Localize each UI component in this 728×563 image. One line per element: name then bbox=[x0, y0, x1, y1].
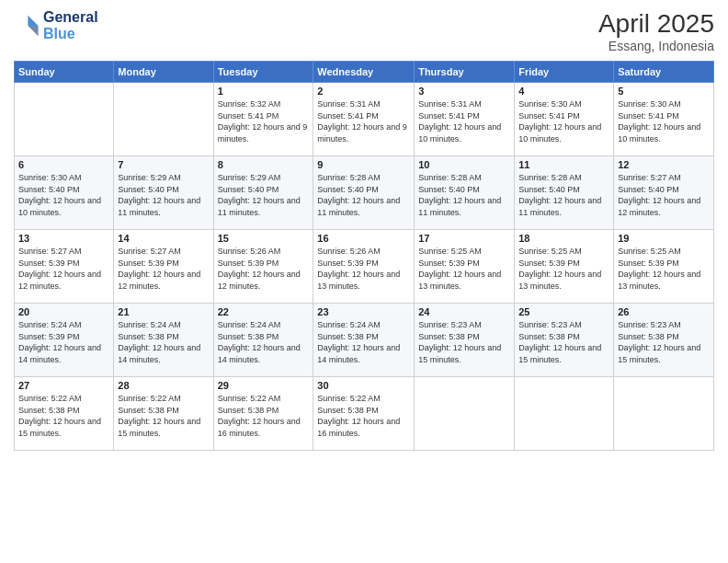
calendar-cell: 9 Sunrise: 5:28 AMSunset: 5:40 PMDayligh… bbox=[313, 156, 415, 230]
day-detail: Sunrise: 5:32 AMSunset: 5:41 PMDaylight:… bbox=[218, 98, 310, 144]
day-number: 19 bbox=[618, 233, 710, 244]
day-detail: Sunrise: 5:22 AMSunset: 5:38 PMDaylight:… bbox=[218, 393, 310, 439]
calendar-cell: 19 Sunrise: 5:25 AMSunset: 5:39 PMDaylig… bbox=[614, 230, 714, 304]
day-detail: Sunrise: 5:29 AMSunset: 5:40 PMDaylight:… bbox=[118, 172, 209, 218]
calendar-week-4: 20 Sunrise: 5:24 AMSunset: 5:39 PMDaylig… bbox=[15, 304, 714, 377]
day-detail: Sunrise: 5:30 AMSunset: 5:41 PMDaylight:… bbox=[518, 98, 609, 144]
location-subtitle: Essang, Indonesia bbox=[598, 39, 714, 53]
day-number: 5 bbox=[618, 86, 710, 97]
calendar-cell: 14 Sunrise: 5:27 AMSunset: 5:39 PMDaylig… bbox=[114, 230, 213, 304]
calendar-week-1: 1 Sunrise: 5:32 AMSunset: 5:41 PMDayligh… bbox=[15, 83, 714, 156]
day-number: 18 bbox=[518, 233, 609, 244]
day-number: 28 bbox=[118, 380, 209, 391]
day-number: 10 bbox=[418, 159, 510, 170]
day-detail: Sunrise: 5:31 AMSunset: 5:41 PMDaylight:… bbox=[317, 98, 410, 144]
calendar-cell: 23 Sunrise: 5:24 AMSunset: 5:38 PMDaylig… bbox=[313, 304, 415, 377]
calendar-header: Sunday Monday Tuesday Wednesday Thursday… bbox=[15, 62, 714, 83]
day-number: 7 bbox=[118, 159, 209, 170]
day-detail: Sunrise: 5:28 AMSunset: 5:40 PMDaylight:… bbox=[518, 172, 609, 218]
day-detail: Sunrise: 5:24 AMSunset: 5:38 PMDaylight:… bbox=[118, 319, 209, 365]
day-detail: Sunrise: 5:26 AMSunset: 5:39 PMDaylight:… bbox=[218, 246, 310, 292]
day-detail: Sunrise: 5:22 AMSunset: 5:38 PMDaylight:… bbox=[118, 393, 209, 439]
calendar-cell: 22 Sunrise: 5:24 AMSunset: 5:38 PMDaylig… bbox=[213, 304, 313, 377]
calendar-cell: 25 Sunrise: 5:23 AMSunset: 5:38 PMDaylig… bbox=[515, 304, 614, 377]
calendar-cell: 28 Sunrise: 5:22 AMSunset: 5:38 PMDaylig… bbox=[114, 377, 213, 451]
calendar-cell: 13 Sunrise: 5:27 AMSunset: 5:39 PMDaylig… bbox=[15, 230, 114, 304]
calendar-cell bbox=[415, 377, 515, 451]
day-number: 9 bbox=[317, 159, 410, 170]
day-detail: Sunrise: 5:25 AMSunset: 5:39 PMDaylight:… bbox=[418, 246, 510, 292]
title-section: April 2025 Essang, Indonesia bbox=[598, 9, 714, 53]
day-number: 2 bbox=[317, 86, 410, 97]
day-number: 23 bbox=[317, 306, 410, 317]
day-detail: Sunrise: 5:27 AMSunset: 5:40 PMDaylight:… bbox=[618, 172, 710, 218]
calendar-cell bbox=[515, 377, 614, 451]
calendar-cell: 2 Sunrise: 5:31 AMSunset: 5:41 PMDayligh… bbox=[313, 83, 415, 156]
col-monday: Monday bbox=[114, 62, 213, 83]
day-detail: Sunrise: 5:22 AMSunset: 5:38 PMDaylight:… bbox=[317, 393, 410, 439]
day-detail: Sunrise: 5:29 AMSunset: 5:40 PMDaylight:… bbox=[218, 172, 310, 218]
day-number: 27 bbox=[18, 380, 109, 391]
col-sunday: Sunday bbox=[15, 62, 114, 83]
calendar-cell: 26 Sunrise: 5:23 AMSunset: 5:38 PMDaylig… bbox=[614, 304, 714, 377]
day-number: 3 bbox=[418, 86, 510, 97]
calendar-cell: 7 Sunrise: 5:29 AMSunset: 5:40 PMDayligh… bbox=[114, 156, 213, 230]
day-number: 17 bbox=[418, 233, 510, 244]
calendar-cell: 5 Sunrise: 5:30 AMSunset: 5:41 PMDayligh… bbox=[614, 83, 714, 156]
day-detail: Sunrise: 5:30 AMSunset: 5:41 PMDaylight:… bbox=[618, 98, 710, 144]
calendar-cell: 29 Sunrise: 5:22 AMSunset: 5:38 PMDaylig… bbox=[213, 377, 313, 451]
day-number: 4 bbox=[518, 86, 609, 97]
calendar-cell: 27 Sunrise: 5:22 AMSunset: 5:38 PMDaylig… bbox=[15, 377, 114, 451]
day-number: 6 bbox=[18, 159, 109, 170]
day-number: 16 bbox=[317, 233, 410, 244]
col-friday: Friday bbox=[515, 62, 614, 83]
day-detail: Sunrise: 5:31 AMSunset: 5:41 PMDaylight:… bbox=[418, 98, 510, 144]
day-number: 15 bbox=[218, 233, 310, 244]
calendar-cell: 11 Sunrise: 5:28 AMSunset: 5:40 PMDaylig… bbox=[515, 156, 614, 230]
day-number: 21 bbox=[118, 306, 209, 317]
header-row: Sunday Monday Tuesday Wednesday Thursday… bbox=[15, 62, 714, 83]
calendar-cell: 3 Sunrise: 5:31 AMSunset: 5:41 PMDayligh… bbox=[415, 83, 515, 156]
day-number: 8 bbox=[218, 159, 310, 170]
day-number: 11 bbox=[518, 159, 609, 170]
calendar-cell: 10 Sunrise: 5:28 AMSunset: 5:40 PMDaylig… bbox=[415, 156, 515, 230]
calendar-table: Sunday Monday Tuesday Wednesday Thursday… bbox=[14, 61, 714, 451]
calendar-cell: 18 Sunrise: 5:25 AMSunset: 5:39 PMDaylig… bbox=[515, 230, 614, 304]
day-number: 22 bbox=[218, 306, 310, 317]
day-detail: Sunrise: 5:24 AMSunset: 5:38 PMDaylight:… bbox=[218, 319, 310, 365]
calendar-cell bbox=[15, 83, 114, 156]
day-detail: Sunrise: 5:23 AMSunset: 5:38 PMDaylight:… bbox=[518, 319, 609, 365]
logo-icon bbox=[14, 13, 40, 39]
calendar-week-2: 6 Sunrise: 5:30 AMSunset: 5:40 PMDayligh… bbox=[15, 156, 714, 230]
day-detail: Sunrise: 5:25 AMSunset: 5:39 PMDaylight:… bbox=[518, 246, 609, 292]
calendar-cell: 6 Sunrise: 5:30 AMSunset: 5:40 PMDayligh… bbox=[15, 156, 114, 230]
calendar-cell: 15 Sunrise: 5:26 AMSunset: 5:39 PMDaylig… bbox=[213, 230, 313, 304]
col-wednesday: Wednesday bbox=[313, 62, 415, 83]
calendar-cell: 4 Sunrise: 5:30 AMSunset: 5:41 PMDayligh… bbox=[515, 83, 614, 156]
calendar-cell: 17 Sunrise: 5:25 AMSunset: 5:39 PMDaylig… bbox=[415, 230, 515, 304]
svg-marker-0 bbox=[28, 16, 38, 26]
calendar-body: 1 Sunrise: 5:32 AMSunset: 5:41 PMDayligh… bbox=[15, 83, 714, 451]
calendar-cell bbox=[114, 83, 213, 156]
header: General Blue April 2025 Essang, Indonesi… bbox=[14, 9, 714, 53]
day-number: 26 bbox=[618, 306, 710, 317]
day-number: 29 bbox=[218, 380, 310, 391]
day-detail: Sunrise: 5:27 AMSunset: 5:39 PMDaylight:… bbox=[118, 246, 209, 292]
calendar-cell: 30 Sunrise: 5:22 AMSunset: 5:38 PMDaylig… bbox=[313, 377, 415, 451]
calendar-cell: 24 Sunrise: 5:23 AMSunset: 5:38 PMDaylig… bbox=[415, 304, 515, 377]
page: General Blue April 2025 Essang, Indonesi… bbox=[0, 0, 728, 563]
day-detail: Sunrise: 5:30 AMSunset: 5:40 PMDaylight:… bbox=[18, 172, 109, 218]
day-number: 24 bbox=[418, 306, 510, 317]
calendar-cell bbox=[614, 377, 714, 451]
day-detail: Sunrise: 5:26 AMSunset: 5:39 PMDaylight:… bbox=[317, 246, 410, 292]
svg-marker-1 bbox=[28, 26, 38, 36]
day-detail: Sunrise: 5:28 AMSunset: 5:40 PMDaylight:… bbox=[317, 172, 410, 218]
calendar-cell: 12 Sunrise: 5:27 AMSunset: 5:40 PMDaylig… bbox=[614, 156, 714, 230]
day-number: 12 bbox=[618, 159, 710, 170]
calendar-cell: 8 Sunrise: 5:29 AMSunset: 5:40 PMDayligh… bbox=[213, 156, 313, 230]
day-detail: Sunrise: 5:25 AMSunset: 5:39 PMDaylight:… bbox=[618, 246, 710, 292]
day-detail: Sunrise: 5:23 AMSunset: 5:38 PMDaylight:… bbox=[618, 319, 710, 365]
logo-text: General Blue bbox=[43, 9, 98, 42]
calendar-week-3: 13 Sunrise: 5:27 AMSunset: 5:39 PMDaylig… bbox=[15, 230, 714, 304]
col-thursday: Thursday bbox=[415, 62, 515, 83]
